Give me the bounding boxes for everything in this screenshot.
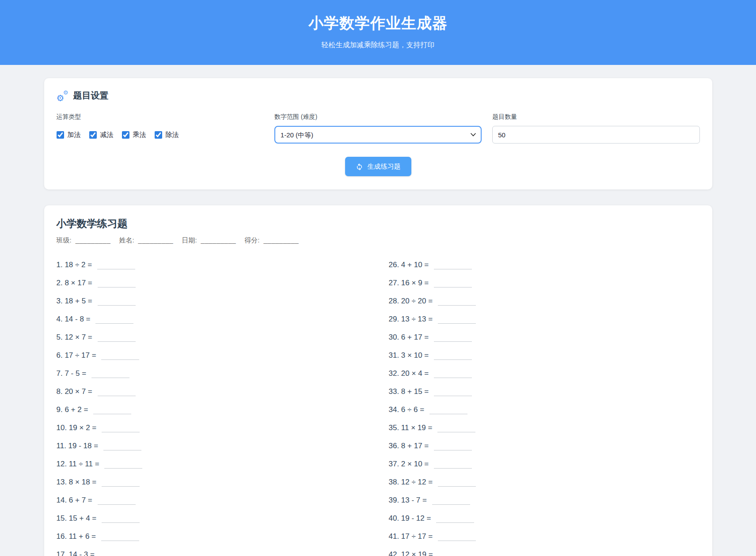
problems-grid: 1. 18 ÷ 2 = 2. 8 × 17 = 3. 18 + 5 = 4. 1…: [57, 261, 700, 556]
answer-blank: [434, 443, 472, 450]
answer-blank: [102, 515, 140, 523]
problem-text: 40. 19 - 12 =: [389, 514, 433, 522]
problem-text: 34. 6 ÷ 6 =: [389, 405, 426, 414]
problem-row: 6. 17 ÷ 17 =: [57, 351, 368, 361]
problem-text: 1. 18 ÷ 2 =: [57, 261, 94, 269]
generate-button[interactable]: 生成练习题: [345, 157, 411, 176]
answer-blank: [103, 443, 141, 450]
operations-field: 运算类型 加法 减法 乘法: [57, 113, 264, 144]
worksheet-meta-line: 班级:_________ 姓名:_________ 日期:_________ 得…: [57, 236, 700, 245]
worksheet-card: 小学数学练习题 班级:_________ 姓名:_________ 日期:___…: [44, 205, 712, 556]
answer-blank: [438, 552, 476, 556]
answer-blank: [434, 334, 472, 342]
problem-text: 35. 11 × 19 =: [389, 424, 435, 432]
button-row: 生成练习题: [57, 157, 700, 176]
problem-text: 32. 20 × 4 =: [389, 369, 431, 378]
problem-row: 11. 19 - 18 =: [57, 442, 368, 452]
question-count-label: 题目数量: [492, 113, 699, 121]
answer-blank: [436, 515, 474, 523]
problem-row: 2. 8 × 17 =: [57, 279, 368, 289]
settings-form: 运算类型 加法 减法 乘法: [57, 113, 700, 144]
answer-blank: [434, 461, 472, 469]
answer-blank: [434, 352, 472, 360]
meta-date: 日期:_________: [182, 236, 236, 244]
answer-blank: [434, 371, 472, 378]
problem-row: 12. 11 ÷ 11 =: [57, 460, 368, 470]
problem-row: 3. 18 + 5 =: [57, 297, 368, 307]
problem-row: 17. 14 - 3 =: [57, 550, 368, 556]
problem-text: 5. 12 × 7 =: [57, 333, 95, 341]
problem-text: 16. 11 + 6 =: [57, 532, 98, 541]
answer-blank: [98, 497, 136, 505]
answer-blank: [438, 479, 476, 487]
problem-text: 8. 20 × 7 =: [57, 387, 95, 396]
problem-row: 37. 2 × 10 =: [389, 460, 700, 470]
operations-checkbox-row: 加法 减法 乘法 除法: [57, 126, 264, 144]
answer-blank: [438, 316, 476, 324]
division-label: 除法: [166, 131, 179, 139]
answer-blank: [429, 407, 467, 414]
answer-blank: [438, 298, 476, 306]
number-range-field: 数字范围 (难度) 1-20 (中等): [274, 113, 482, 144]
number-range-label: 数字范围 (难度): [274, 113, 482, 121]
problem-row: 33. 8 + 15 =: [389, 387, 700, 397]
multiplication-checkbox[interactable]: [122, 131, 129, 139]
problem-row: 36. 8 + 17 =: [389, 442, 700, 452]
app-title: 小学数学作业生成器: [0, 13, 756, 34]
problem-row: 13. 8 × 18 =: [57, 478, 368, 488]
checkbox-division[interactable]: 除法: [155, 131, 179, 139]
number-range-select[interactable]: 1-20 (中等): [274, 126, 482, 144]
main-container: ⚙ ⚙ 题目设置 运算类型 加法 减法: [44, 78, 712, 556]
meta-name: 姓名:_________: [119, 236, 173, 244]
checkbox-multiplication[interactable]: 乘法: [122, 131, 146, 139]
problem-text: 15. 15 + 4 =: [57, 514, 99, 522]
answer-blank: [102, 479, 140, 487]
answer-blank: [434, 389, 472, 396]
problem-row: 32. 20 × 4 =: [389, 369, 700, 379]
problem-row: 41. 17 ÷ 17 =: [389, 532, 700, 542]
answer-blank: [101, 352, 139, 360]
problem-text: 3. 18 + 5 =: [57, 297, 95, 305]
answer-blank: [98, 389, 136, 396]
app-header: 小学数学作业生成器 轻松生成加减乘除练习题，支持打印: [0, 0, 756, 65]
problem-text: 7. 7 - 5 =: [57, 369, 88, 378]
problem-row: 16. 11 + 6 =: [57, 532, 368, 542]
meta-score-blank: _________: [263, 236, 299, 244]
answer-blank: [97, 262, 135, 269]
problem-row: 15. 15 + 4 =: [57, 514, 368, 524]
checkbox-addition[interactable]: 加法: [57, 131, 81, 139]
operations-label: 运算类型: [57, 113, 264, 121]
problem-text: 33. 8 + 15 =: [389, 387, 431, 396]
checkbox-subtraction[interactable]: 减法: [89, 131, 114, 139]
addition-checkbox[interactable]: [57, 131, 64, 139]
answer-blank: [93, 407, 131, 414]
problem-row: 10. 19 × 2 =: [57, 424, 368, 434]
problem-row: 31. 3 × 10 =: [389, 351, 700, 361]
problem-text: 6. 17 ÷ 17 =: [57, 351, 99, 359]
problem-text: 9. 6 + 2 =: [57, 405, 91, 414]
meta-class: 班级:_________: [57, 236, 111, 244]
problem-row: 5. 12 × 7 =: [57, 333, 368, 343]
problem-text: 37. 2 × 10 =: [389, 460, 431, 468]
refresh-icon: [356, 163, 363, 170]
problem-row: 38. 12 ÷ 12 =: [389, 478, 700, 488]
problem-text: 12. 11 ÷ 11 =: [57, 460, 102, 468]
meta-name-blank: _________: [138, 236, 174, 244]
meta-score: 得分:_________: [244, 236, 299, 244]
subtraction-checkbox[interactable]: [89, 131, 97, 139]
number-range-select-wrap: 1-20 (中等): [274, 126, 482, 144]
multiplication-label: 乘法: [133, 131, 146, 139]
app-subtitle: 轻松生成加减乘除练习题，支持打印: [0, 41, 756, 50]
problem-text: 17. 14 - 3 =: [57, 550, 97, 556]
problem-row: 35. 11 × 19 =: [389, 424, 700, 434]
division-checkbox[interactable]: [155, 131, 162, 139]
answer-blank: [101, 533, 139, 541]
settings-heading: ⚙ ⚙ 题目设置: [57, 90, 700, 102]
problem-text: 31. 3 × 10 =: [389, 351, 431, 359]
subtraction-label: 减法: [100, 131, 114, 139]
settings-card: ⚙ ⚙ 题目设置 运算类型 加法 减法: [44, 78, 712, 189]
answer-blank: [100, 552, 138, 556]
problem-text: 41. 17 ÷ 17 =: [389, 532, 435, 541]
question-count-input[interactable]: [492, 126, 699, 144]
problem-text: 10. 19 × 2 =: [57, 424, 99, 432]
